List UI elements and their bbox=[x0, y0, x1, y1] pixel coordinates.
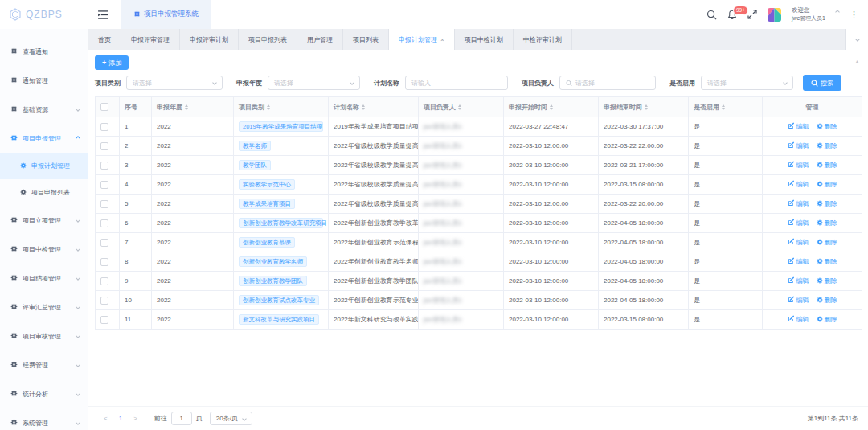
sidebar-item[interactable]: 经费管理 bbox=[0, 350, 88, 379]
delete-button[interactable]: 删除 bbox=[817, 122, 837, 131]
row-checkbox[interactable] bbox=[100, 181, 108, 189]
sort-icon[interactable] bbox=[185, 104, 188, 110]
edit-button[interactable]: 编辑 bbox=[788, 276, 809, 285]
gear-icon bbox=[10, 390, 18, 399]
page-tab[interactable]: 项目申报列表 bbox=[239, 29, 297, 50]
cell-leader-blurred: jwc管理人员1 bbox=[424, 123, 462, 130]
add-button[interactable]: +添加 bbox=[95, 55, 129, 70]
fullscreen-icon[interactable] bbox=[747, 10, 757, 19]
category-select[interactable]: 请选择 bbox=[126, 76, 223, 90]
page-tab[interactable]: 用户管理 bbox=[297, 29, 343, 50]
sidebar-item[interactable]: 系统管理 bbox=[0, 408, 88, 430]
row-checkbox[interactable] bbox=[100, 316, 108, 324]
edit-button[interactable]: 编辑 bbox=[788, 199, 809, 208]
page-number-1[interactable]: 1 bbox=[113, 415, 128, 422]
collapse-filter-icon[interactable]: ▲ bbox=[854, 59, 860, 64]
delete-button[interactable]: 删除 bbox=[817, 219, 837, 227]
avatar[interactable] bbox=[768, 8, 781, 22]
cell-leader-blurred: jwc管理人员1 bbox=[424, 162, 462, 169]
year-select[interactable]: 请选择 bbox=[268, 76, 360, 90]
sort-icon[interactable] bbox=[362, 104, 365, 110]
edit-button[interactable]: 编辑 bbox=[788, 180, 809, 189]
sidebar-subitem[interactable]: 申报计划管理 bbox=[0, 153, 88, 179]
edit-button[interactable]: 编辑 bbox=[788, 296, 809, 305]
row-checkbox[interactable] bbox=[100, 277, 108, 285]
row-checkbox[interactable] bbox=[100, 297, 108, 305]
edit-button[interactable]: 编辑 bbox=[788, 141, 809, 150]
delete-button[interactable]: 删除 bbox=[817, 141, 837, 150]
edit-button[interactable]: 编辑 bbox=[788, 257, 809, 266]
search-button[interactable]: 搜索 bbox=[803, 75, 841, 91]
sidebar-item[interactable]: 统计分析 bbox=[0, 379, 88, 408]
sort-icon[interactable] bbox=[267, 104, 270, 110]
page-tab[interactable]: 申报评审管理 bbox=[121, 29, 180, 50]
select-all-checkbox[interactable] bbox=[100, 103, 108, 111]
sidebar-item[interactable]: 项目审核管理 bbox=[0, 321, 88, 350]
system-tab[interactable]: 项目申报管理系统 bbox=[121, 0, 211, 29]
cell-year: 2022 bbox=[152, 272, 234, 291]
page-tab[interactable]: 申报评审计划 bbox=[180, 29, 239, 50]
row-checkbox[interactable] bbox=[100, 258, 108, 266]
sidebar-item[interactable]: 查看通知 bbox=[0, 37, 88, 66]
delete-button[interactable]: 删除 bbox=[817, 238, 837, 247]
close-icon[interactable]: × bbox=[440, 36, 444, 43]
sidebar-item[interactable]: 通知管理 bbox=[0, 66, 88, 95]
leader-input[interactable] bbox=[575, 80, 649, 87]
delete-button[interactable]: 删除 bbox=[817, 199, 837, 208]
plan-name-input[interactable] bbox=[411, 80, 502, 87]
sort-icon[interactable] bbox=[722, 104, 725, 110]
kebab-menu-icon[interactable]: ⋮ bbox=[850, 10, 858, 19]
cell-end-time: 2022-03-22 22:00:00 bbox=[599, 137, 689, 156]
welcome-text[interactable]: 欢迎您 jwc管理人员1 bbox=[792, 6, 825, 23]
page-tab[interactable]: 项目中检计划 bbox=[455, 29, 514, 50]
page-size-select[interactable]: 20条/页 bbox=[210, 412, 252, 425]
tab-label: 申报评审计划 bbox=[190, 35, 228, 44]
sidebar-item[interactable]: 项目立项管理 bbox=[0, 206, 88, 235]
sidebar-item[interactable]: 评审汇总管理 bbox=[0, 293, 88, 321]
sort-icon[interactable] bbox=[458, 104, 461, 110]
row-checkbox[interactable] bbox=[100, 239, 108, 247]
collapse-menu-icon[interactable] bbox=[98, 10, 108, 19]
cell-start-time: 2022-03-10 12:00:00 bbox=[504, 291, 599, 310]
tab-list-dropdown[interactable] bbox=[845, 29, 868, 50]
sort-icon[interactable] bbox=[550, 104, 553, 110]
page-tab[interactable]: 项目列表 bbox=[343, 29, 389, 50]
cell-no: 11 bbox=[120, 310, 152, 330]
prev-page-button[interactable]: < bbox=[98, 415, 113, 422]
edit-button[interactable]: 编辑 bbox=[788, 238, 809, 247]
row-checkbox[interactable] bbox=[100, 219, 108, 227]
sidebar-item[interactable]: 基础资源 bbox=[0, 95, 88, 124]
sort-icon[interactable] bbox=[645, 104, 648, 110]
edit-button[interactable]: 编辑 bbox=[788, 122, 809, 131]
cell-enabled: 是 bbox=[689, 117, 763, 137]
search-icon[interactable] bbox=[706, 10, 717, 20]
delete-button[interactable]: 删除 bbox=[817, 180, 837, 189]
tab-label: 项目申报列表 bbox=[248, 35, 287, 44]
row-checkbox[interactable] bbox=[100, 162, 108, 170]
row-checkbox[interactable] bbox=[100, 123, 108, 131]
delete-button[interactable]: 删除 bbox=[817, 296, 837, 305]
page-tab[interactable]: 首页 bbox=[88, 29, 121, 50]
page-tab[interactable]: 申报计划管理× bbox=[389, 29, 455, 50]
delete-button[interactable]: 删除 bbox=[817, 276, 837, 285]
delete-button[interactable]: 删除 bbox=[817, 161, 837, 170]
page-tab[interactable]: 中检评审计划 bbox=[514, 29, 572, 50]
enabled-select[interactable]: 请选择 bbox=[701, 76, 793, 90]
delete-button[interactable]: 删除 bbox=[817, 315, 837, 324]
cell-year: 2022 bbox=[152, 252, 234, 272]
delete-button[interactable]: 删除 bbox=[817, 257, 837, 266]
edit-button[interactable]: 编辑 bbox=[788, 161, 809, 170]
edit-button[interactable]: 编辑 bbox=[788, 219, 809, 227]
row-checkbox[interactable] bbox=[100, 200, 108, 208]
row-checkbox[interactable] bbox=[100, 142, 108, 150]
sidebar-item[interactable]: 项目中检管理 bbox=[0, 235, 88, 264]
notification-bell-icon[interactable]: 99+ bbox=[727, 10, 737, 20]
goto-page-input[interactable] bbox=[171, 412, 192, 425]
sidebar-item[interactable]: 项目申报管理 bbox=[0, 124, 88, 153]
sidebar-subitem[interactable]: 项目申报列表 bbox=[0, 179, 88, 206]
sidebar-item[interactable]: 项目结项管理 bbox=[0, 264, 88, 293]
delete-gear-icon bbox=[817, 239, 823, 247]
edit-button[interactable]: 编辑 bbox=[788, 315, 809, 324]
next-page-button[interactable]: > bbox=[128, 415, 143, 422]
logo-text: QZBPS bbox=[26, 9, 63, 20]
